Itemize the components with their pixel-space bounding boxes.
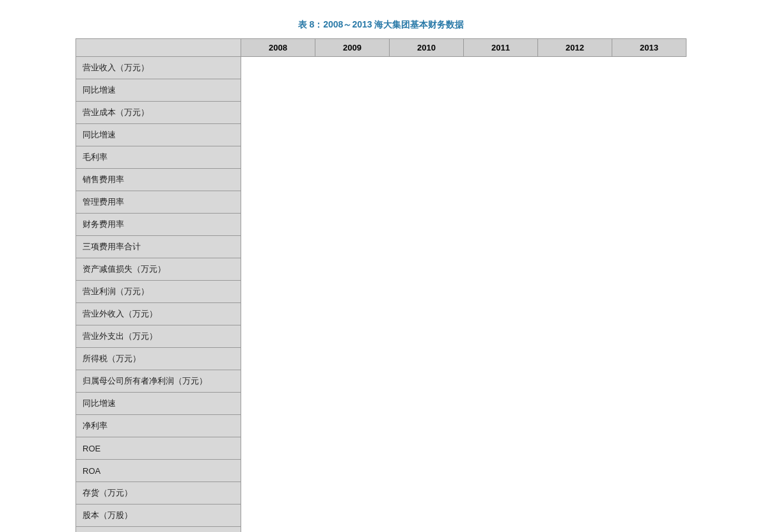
table-row: 同比增速 [76, 393, 687, 415]
table-row: 营业成本（万元） [76, 102, 687, 124]
table-row: 三项费用率合计 [76, 236, 687, 258]
row-label: 毛利率 [76, 146, 241, 169]
header-year: 2012 [538, 39, 612, 57]
table-row: 管理费用率 [76, 191, 687, 214]
row-label: 股本（万股） [76, 505, 241, 527]
table-row: 所得税（万元） [76, 348, 687, 370]
header-year: 2011 [464, 39, 538, 57]
table-row: 归属母公司所有者净利润（万元） [76, 370, 687, 393]
row-label: 营业利润（万元） [76, 281, 241, 303]
table-container: 2008 2009 2010 2011 2012 2013 营业收入（万元）同比… [0, 38, 762, 532]
row-label: 三项费用率合计 [76, 236, 241, 258]
header-year: 2013 [612, 39, 687, 57]
table-row: 财务费用率 [76, 214, 687, 236]
table-title: 表 8：2008～2013 海大集团基本财务数据 [0, 19, 762, 31]
table-row: 毛利率 [76, 146, 687, 169]
header-corner [76, 39, 241, 57]
table-row: 营业利润（万元） [76, 281, 687, 303]
row-label: 归属母公司所有者净利润（万元） [76, 370, 241, 393]
table-row: 营业收入（万元） [76, 57, 687, 79]
header-year: 2010 [390, 39, 464, 57]
financial-table: 2008 2009 2010 2011 2012 2013 营业收入（万元）同比… [75, 38, 687, 532]
table-row: 销售费用率 [76, 169, 687, 191]
row-label: 管理费用率 [76, 191, 241, 214]
row-label: 营业成本（万元） [76, 102, 241, 124]
row-label: 同比增速 [76, 393, 241, 415]
row-label: ROE [76, 437, 241, 460]
table-row: 营业外收入（万元） [76, 303, 687, 325]
table-row: 资产减值损失（万元） [76, 258, 687, 281]
header-year: 2009 [315, 39, 390, 57]
row-label: 净利率 [76, 415, 241, 437]
row-label: 财务费用率 [76, 214, 241, 236]
table-row: 存货（万元） [76, 482, 687, 505]
header-year: 2008 [241, 39, 315, 57]
row-label: 同比增速 [76, 124, 241, 146]
table-row: EPS（元/股） [76, 527, 687, 533]
row-label: 同比增速 [76, 79, 241, 102]
row-label: 营业收入（万元） [76, 57, 241, 79]
row-label: 销售费用率 [76, 169, 241, 191]
row-label: EPS（元/股） [76, 527, 241, 533]
table-row: 股本（万股） [76, 505, 687, 527]
table-row: 同比增速 [76, 79, 687, 102]
table-row: 营业外支出（万元） [76, 325, 687, 348]
row-label: 存货（万元） [76, 482, 241, 505]
row-label: 所得税（万元） [76, 348, 241, 370]
table-row: 同比增速 [76, 124, 687, 146]
table-row: 净利率 [76, 415, 687, 437]
row-label: ROA [76, 460, 241, 482]
row-label: 营业外收入（万元） [76, 303, 241, 325]
table-row: ROA [76, 460, 687, 482]
table-row: ROE [76, 437, 687, 460]
row-label: 营业外支出（万元） [76, 325, 241, 348]
row-label: 资产减值损失（万元） [76, 258, 241, 281]
